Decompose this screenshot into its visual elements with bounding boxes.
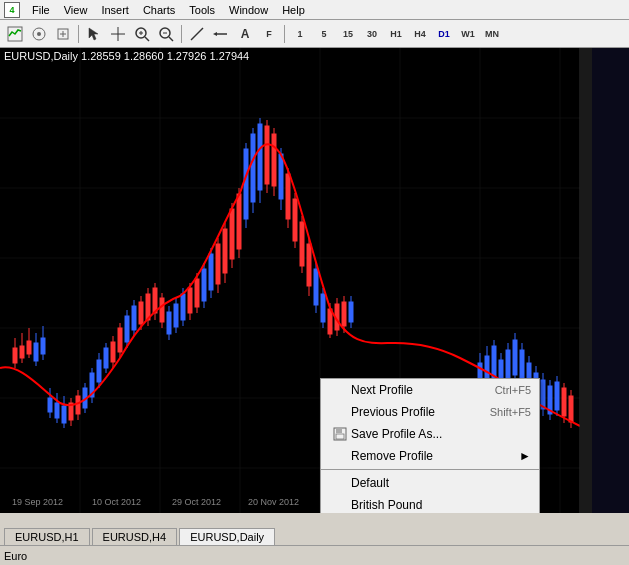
svg-rect-125: [286, 174, 290, 219]
svg-rect-103: [209, 254, 213, 290]
hline-btn[interactable]: [210, 23, 232, 45]
chart-header: EURUSD,Daily 1.28559 1.28660 1.27926 1.2…: [4, 50, 249, 62]
svg-rect-93: [174, 304, 178, 327]
periodmn-btn[interactable]: MN: [481, 23, 503, 45]
zoom-out-btn[interactable]: [155, 23, 177, 45]
zoom-in-btn[interactable]: [131, 23, 153, 45]
app-icon: 4: [4, 2, 20, 18]
tab-eurusd-h1[interactable]: EURUSD,H1: [4, 528, 90, 545]
svg-line-10: [145, 37, 149, 41]
context-menu-british-pound[interactable]: British Pound: [321, 494, 539, 513]
svg-rect-47: [13, 348, 17, 363]
svg-rect-51: [27, 341, 31, 354]
menu-bar: 4 File View Insert Charts Tools Window H…: [0, 0, 629, 20]
new-chart-btn[interactable]: [4, 23, 26, 45]
svg-rect-111: [237, 194, 241, 249]
crosshair-btn[interactable]: [107, 23, 129, 45]
text-tool-btn[interactable]: A: [234, 23, 256, 45]
svg-rect-176: [336, 428, 342, 433]
svg-text:10 Oct 2012: 10 Oct 2012: [92, 497, 141, 507]
svg-rect-61: [62, 406, 66, 423]
menu-help[interactable]: Help: [276, 3, 311, 17]
svg-line-14: [169, 37, 173, 41]
svg-rect-91: [167, 312, 171, 334]
british-pound-label: British Pound: [351, 498, 531, 512]
svg-line-16: [191, 28, 203, 40]
context-menu-save-profile[interactable]: Save Profile As...: [321, 423, 539, 445]
svg-rect-133: [314, 269, 318, 305]
line-btn[interactable]: [186, 23, 208, 45]
svg-rect-99: [195, 279, 199, 307]
remove-profile-label: Remove Profile: [351, 449, 519, 463]
svg-rect-89: [160, 298, 164, 322]
save-profile-label: Save Profile As...: [351, 427, 531, 441]
menu-charts[interactable]: Charts: [137, 3, 181, 17]
svg-rect-59: [55, 403, 59, 418]
menu-insert[interactable]: Insert: [95, 3, 135, 17]
menu-view[interactable]: View: [58, 3, 94, 17]
periodh4-btn[interactable]: H4: [409, 23, 431, 45]
svg-rect-79: [125, 316, 129, 342]
svg-rect-174: [580, 48, 592, 513]
svg-rect-167: [555, 382, 559, 410]
menu-window[interactable]: Window: [223, 3, 274, 17]
period30-btn[interactable]: 30: [361, 23, 383, 45]
svg-rect-75: [111, 342, 115, 362]
tabs-row: EURUSD,H1 EURUSD,H4 EURUSD,Daily: [0, 521, 629, 545]
chart-area[interactable]: EURUSD,Daily 1.28559 1.28660 1.27926 1.2…: [0, 48, 629, 513]
tab-eurusd-daily[interactable]: EURUSD,Daily: [179, 528, 275, 545]
cursor-btn[interactable]: [83, 23, 105, 45]
save-profile-icon: [329, 427, 351, 441]
context-menu-next-profile[interactable]: Next Profile Ctrl+F5: [321, 379, 539, 401]
svg-rect-55: [41, 338, 45, 354]
toolbar: A F 1 5 15 30 H1 H4 D1 W1 MN: [0, 20, 629, 48]
indicator-btn[interactable]: [28, 23, 50, 45]
context-menu-remove-profile[interactable]: Remove Profile ►: [321, 445, 539, 467]
menu-tools[interactable]: Tools: [183, 3, 221, 17]
svg-text:20 Nov 2012: 20 Nov 2012: [248, 497, 299, 507]
next-profile-shortcut: Ctrl+F5: [495, 384, 531, 396]
context-menu-previous-profile[interactable]: Previous Profile Shift+F5: [321, 401, 539, 423]
periodw1-btn[interactable]: W1: [457, 23, 479, 45]
previous-profile-shortcut: Shift+F5: [490, 406, 531, 418]
svg-text:29 Oct 2012: 29 Oct 2012: [172, 497, 221, 507]
period5-btn[interactable]: 5: [313, 23, 335, 45]
svg-rect-117: [258, 124, 262, 190]
svg-rect-109: [230, 209, 234, 259]
expert-btn[interactable]: [52, 23, 74, 45]
tab-eurusd-h4[interactable]: EURUSD,H4: [92, 528, 178, 545]
period15-btn[interactable]: 15: [337, 23, 359, 45]
periodh1-btn[interactable]: H1: [385, 23, 407, 45]
default-label: Default: [351, 476, 531, 490]
remove-profile-arrow: ►: [519, 449, 531, 463]
sep3: [284, 25, 285, 43]
svg-rect-157: [520, 350, 524, 380]
svg-rect-73: [104, 348, 108, 368]
svg-rect-169: [562, 388, 566, 416]
svg-rect-143: [349, 302, 353, 322]
context-menu-default[interactable]: Default: [321, 472, 539, 494]
svg-rect-65: [76, 396, 80, 414]
svg-rect-53: [34, 343, 38, 361]
status-bar: Euro: [0, 545, 629, 565]
svg-rect-127: [293, 199, 297, 241]
svg-rect-131: [307, 244, 311, 286]
menu-file[interactable]: File: [26, 3, 56, 17]
period-btn[interactable]: 1: [289, 23, 311, 45]
svg-rect-141: [342, 302, 346, 326]
svg-rect-57: [48, 398, 52, 412]
svg-rect-155: [513, 340, 517, 375]
svg-rect-83: [139, 302, 143, 324]
svg-rect-171: [569, 396, 573, 422]
svg-marker-6: [89, 28, 98, 40]
svg-rect-105: [216, 244, 220, 284]
fib-btn[interactable]: F: [258, 23, 280, 45]
svg-rect-115: [251, 134, 255, 202]
svg-rect-129: [300, 222, 304, 266]
svg-rect-97: [188, 288, 192, 313]
periodd1-btn[interactable]: D1: [433, 23, 455, 45]
svg-rect-101: [202, 269, 206, 301]
svg-rect-149: [492, 346, 496, 378]
svg-rect-177: [336, 434, 344, 439]
svg-rect-95: [181, 294, 185, 320]
